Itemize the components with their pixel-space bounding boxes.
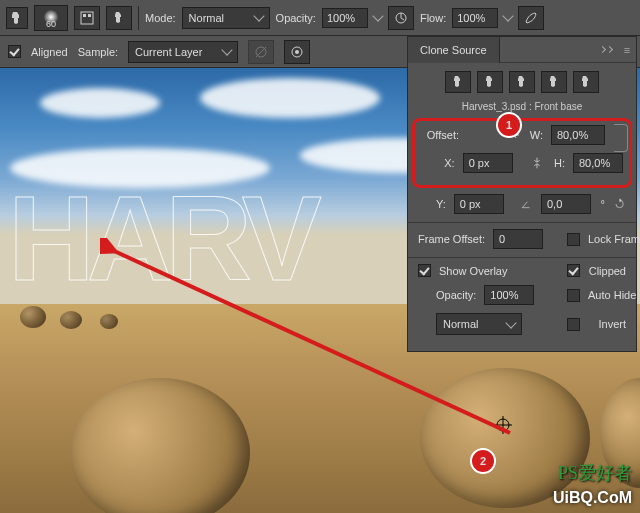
chevron-down-icon[interactable]: [503, 10, 514, 21]
toggle-clone-source-panel-button[interactable]: [106, 6, 132, 30]
width-input[interactable]: 80,0%: [551, 125, 605, 145]
link-wh-icon[interactable]: [614, 124, 628, 152]
chevron-down-icon[interactable]: [372, 10, 383, 21]
reset-transform-icon[interactable]: [613, 196, 626, 212]
flow-input[interactable]: 100%: [452, 8, 498, 28]
y-input[interactable]: 0 px: [454, 194, 504, 214]
lock-frame-checkbox[interactable]: [567, 233, 580, 246]
auto-hide-label: Auto Hide: [588, 289, 626, 301]
overlay-opacity-label: Opacity:: [436, 289, 476, 301]
aligned-checkbox[interactable]: [8, 45, 21, 58]
toggle-brush-panel-button[interactable]: [74, 6, 100, 30]
opacity-label: Opacity:: [276, 12, 316, 24]
invert-checkbox[interactable]: [567, 318, 580, 331]
pressure-opacity-button[interactable]: [388, 6, 414, 30]
svg-rect-1: [83, 14, 86, 17]
annotation-badge-1: 1: [496, 112, 522, 138]
svg-point-7: [295, 50, 299, 54]
hay-bale: [420, 368, 590, 508]
clone-source-2-button[interactable]: [477, 71, 503, 93]
mode-select[interactable]: Normal: [182, 7, 270, 29]
show-overlay-checkbox[interactable]: [418, 264, 431, 277]
clone-source-5-button[interactable]: [573, 71, 599, 93]
tool-preset-picker[interactable]: [6, 7, 28, 29]
height-input[interactable]: 80,0%: [573, 153, 623, 173]
overlay-mode-select[interactable]: Normal: [436, 313, 522, 335]
width-label: W:: [529, 129, 543, 141]
clipped-checkbox[interactable]: [567, 264, 580, 277]
height-label: H:: [553, 157, 565, 169]
clone-source-4-button[interactable]: [541, 71, 567, 93]
flow-label: Flow:: [420, 12, 446, 24]
airbrush-button[interactable]: [518, 6, 544, 30]
pressure-size-button[interactable]: [284, 40, 310, 64]
watermark-text-1: PS爱好者: [558, 461, 632, 485]
opacity-input[interactable]: 100%: [322, 8, 368, 28]
overlay-opacity-input[interactable]: 100%: [484, 285, 534, 305]
aligned-label: Aligned: [31, 46, 68, 58]
clone-sample-cursor: [494, 416, 512, 434]
source-document-label: Harvest_3.psd : Front base: [418, 101, 626, 112]
marquee-selection-text: HARV: [8, 178, 314, 298]
brush-preset-picker[interactable]: 60: [34, 5, 68, 31]
mode-label: Mode:: [145, 12, 176, 24]
sample-select[interactable]: Current Layer: [128, 41, 238, 63]
frame-offset-label: Frame Offset:: [418, 233, 485, 245]
panel-menu-icon[interactable]: ≡: [618, 44, 636, 56]
frame-offset-input[interactable]: 0: [493, 229, 543, 249]
panel-tab-bar: Clone Source ≡: [408, 37, 636, 63]
brush-size-label: 60: [46, 19, 56, 29]
angle-input[interactable]: 0,0: [541, 194, 591, 214]
clipped-label: Clipped: [588, 265, 626, 277]
y-label: Y:: [418, 198, 446, 210]
hay-bale: [60, 311, 82, 329]
lock-frame-label: Lock Frame: [588, 233, 626, 245]
chevron-down-icon: [253, 10, 264, 21]
collapse-panel-icon[interactable]: [600, 47, 612, 52]
offset-label: Offset:: [421, 129, 459, 141]
clone-source-1-button[interactable]: [445, 71, 471, 93]
clone-source-3-button[interactable]: [509, 71, 535, 93]
clone-source-tab[interactable]: Clone Source: [408, 37, 500, 63]
annotation-highlight-box: Offset: W: 80,0% X: 0 px H: 80,0%: [412, 118, 632, 188]
angle-icon: [520, 196, 533, 212]
auto-hide-checkbox[interactable]: [567, 289, 580, 302]
x-input[interactable]: 0 px: [463, 153, 513, 173]
options-bar: 60 Mode: Normal Opacity: 100% Flow: 100%: [0, 0, 640, 36]
hay-bale: [100, 314, 118, 329]
chevron-down-icon: [221, 44, 232, 55]
svg-rect-2: [88, 14, 91, 17]
show-overlay-label: Show Overlay: [439, 265, 477, 277]
chevron-down-icon: [505, 317, 516, 328]
svg-rect-0: [81, 12, 93, 24]
x-label: X:: [421, 157, 455, 169]
invert-label: Invert: [588, 318, 626, 330]
annotation-badge-2: 2: [470, 448, 496, 474]
ignore-adjustment-button[interactable]: [248, 40, 274, 64]
sample-label: Sample:: [78, 46, 118, 58]
clone-source-buttons: [418, 71, 626, 93]
flip-vertical-icon[interactable]: [529, 155, 545, 171]
hay-bale: [20, 306, 46, 328]
watermark-text-2: UiBQ.CoM: [553, 489, 632, 507]
clone-source-panel: Clone Source ≡ Harvest_3.psd : Front bas…: [407, 36, 637, 352]
